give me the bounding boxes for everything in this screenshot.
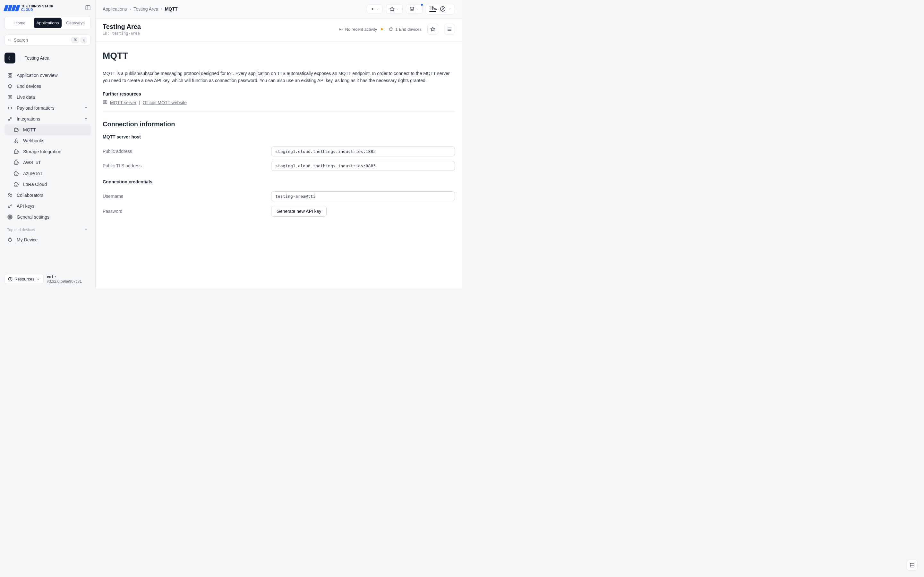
inbox-button[interactable] bbox=[406, 4, 423, 14]
nav-payload-formatters[interactable]: Payload formatters bbox=[5, 103, 91, 113]
star-icon bbox=[389, 6, 395, 11]
svg-point-28 bbox=[8, 193, 10, 195]
breadcrumb-testing-area[interactable]: Testing Area bbox=[134, 6, 158, 11]
user-circle-icon bbox=[440, 6, 446, 12]
svg-rect-36 bbox=[9, 239, 11, 241]
chevron-up-icon bbox=[84, 116, 88, 122]
svg-point-33 bbox=[9, 216, 11, 218]
nav-collaborators[interactable]: Collaborators bbox=[5, 190, 91, 201]
arrow-left-icon bbox=[7, 55, 13, 61]
back-button[interactable] bbox=[5, 53, 15, 63]
tab-gateways[interactable]: Gateways bbox=[61, 18, 89, 28]
sidebar-collapse-icon[interactable] bbox=[85, 5, 91, 11]
logo-icon bbox=[5, 5, 19, 11]
svg-marker-50 bbox=[390, 7, 394, 11]
logo-text: THE THINGS STACK CLOUD bbox=[21, 5, 53, 11]
nav-integrations[interactable]: Integrations bbox=[5, 113, 91, 124]
puzzle-icon bbox=[13, 181, 19, 187]
password-label: Password bbox=[103, 209, 271, 214]
breadcrumbs: Applications › Testing Area › MQTT bbox=[103, 6, 178, 11]
nav-application-overview[interactable]: Application overview bbox=[5, 70, 91, 81]
nav-webhooks[interactable]: Webhooks bbox=[5, 135, 91, 146]
code-icon bbox=[7, 105, 13, 111]
add-button[interactable] bbox=[367, 5, 383, 13]
svg-rect-8 bbox=[10, 76, 12, 77]
server-host-heading: MQTT server host bbox=[103, 134, 455, 139]
star-menu-button[interactable] bbox=[386, 4, 403, 14]
svg-rect-54 bbox=[390, 28, 393, 31]
further-resources-heading: Further resources bbox=[103, 91, 455, 97]
search-input[interactable] bbox=[14, 37, 70, 43]
username-field[interactable] bbox=[271, 191, 455, 201]
sidebar: THE THINGS STACK CLOUD Home Applications… bbox=[0, 0, 95, 288]
breadcrumb-applications[interactable]: Applications bbox=[103, 6, 127, 11]
chevron-down-icon bbox=[84, 105, 88, 111]
brand-logo[interactable]: THE THINGS STACK CLOUD bbox=[5, 5, 53, 11]
nav-live-data[interactable]: Live data bbox=[5, 92, 91, 103]
chevron-down-icon bbox=[416, 7, 419, 11]
app-id: ID: testing-area bbox=[103, 31, 141, 35]
tab-applications[interactable]: Applications bbox=[34, 18, 61, 28]
svg-line-24 bbox=[9, 118, 11, 119]
puzzle-icon bbox=[13, 127, 19, 133]
link-official-mqtt[interactable]: Official MQTT website bbox=[143, 100, 187, 105]
nav-mqtt[interactable]: MQTT bbox=[5, 124, 91, 135]
page-title: MQTT bbox=[103, 51, 455, 61]
version-label: eu1 • v3.32.0.b96e907c31 bbox=[47, 275, 91, 284]
generate-api-key-button[interactable]: Generate new API key bbox=[271, 206, 326, 217]
info-icon bbox=[8, 277, 13, 282]
chip-icon bbox=[7, 83, 13, 89]
grid-icon bbox=[7, 73, 13, 78]
svg-rect-0 bbox=[86, 5, 90, 10]
puzzle-icon bbox=[13, 160, 19, 165]
top-tabs: Home Applications Gateways bbox=[5, 16, 91, 30]
chevron-down-icon bbox=[376, 7, 379, 11]
nav-aws-iot[interactable]: AWS IoT bbox=[5, 157, 91, 168]
chip-icon bbox=[389, 27, 393, 32]
breadcrumb-current: MQTT bbox=[165, 6, 178, 11]
username-label: Username bbox=[103, 193, 271, 199]
nav-storage-integration[interactable]: Storage Integration bbox=[5, 146, 91, 157]
svg-rect-7 bbox=[8, 76, 10, 77]
nav-azure-iot[interactable]: Azure IoT bbox=[5, 168, 91, 179]
gear-icon bbox=[7, 214, 13, 220]
svg-line-32 bbox=[11, 205, 11, 205]
public-tls-field[interactable] bbox=[271, 161, 455, 171]
notification-dot bbox=[421, 4, 423, 6]
public-address-field[interactable] bbox=[271, 147, 455, 156]
favorite-button[interactable] bbox=[427, 24, 438, 35]
link-mqtt-server[interactable]: MQTT server bbox=[110, 100, 136, 105]
svg-rect-6 bbox=[10, 73, 12, 75]
menu-icon bbox=[447, 27, 452, 32]
chip-icon bbox=[7, 237, 13, 243]
page-description: MQTT is a publish/subscribe messaging pr… bbox=[103, 70, 455, 84]
star-icon bbox=[430, 27, 435, 32]
nav-lora-cloud[interactable]: LoRa Cloud bbox=[5, 179, 91, 190]
activity-status: No recent activity bbox=[338, 27, 383, 32]
nav-my-device[interactable]: My Device bbox=[5, 234, 91, 245]
account-button[interactable]: THETHINGS▬▬▬ bbox=[426, 4, 455, 15]
book-icon bbox=[103, 100, 107, 105]
chevron-down-icon bbox=[396, 7, 399, 11]
add-end-device-button[interactable] bbox=[84, 227, 88, 232]
nav-api-keys[interactable]: API keys bbox=[5, 201, 91, 211]
svg-marker-59 bbox=[431, 27, 435, 31]
svg-rect-5 bbox=[8, 73, 10, 75]
nav-general-settings[interactable]: General settings bbox=[5, 211, 91, 222]
nav-end-devices[interactable]: End devices bbox=[5, 81, 91, 92]
connection-info-heading: Connection information bbox=[103, 121, 455, 128]
chevron-down-icon bbox=[448, 7, 451, 11]
puzzle-icon bbox=[13, 171, 19, 176]
svg-point-26 bbox=[17, 141, 18, 142]
search-box[interactable]: ⌘ K bbox=[5, 34, 91, 45]
menu-button[interactable] bbox=[444, 24, 455, 35]
svg-point-47 bbox=[10, 278, 11, 279]
svg-point-53 bbox=[341, 29, 341, 30]
tab-home[interactable]: Home bbox=[6, 18, 34, 28]
resources-button[interactable]: Resources bbox=[5, 274, 44, 284]
app-title: Testing Area bbox=[103, 23, 141, 31]
webhook-icon bbox=[13, 138, 19, 143]
end-devices-count[interactable]: 1 End devices bbox=[389, 27, 422, 32]
public-address-label: Public address bbox=[103, 149, 271, 154]
svg-point-2 bbox=[9, 39, 11, 41]
